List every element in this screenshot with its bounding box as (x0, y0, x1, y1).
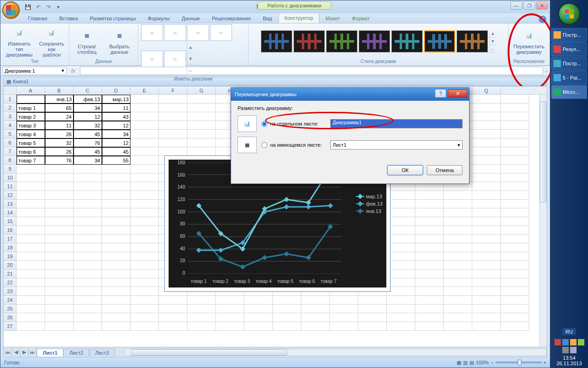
tray-icon[interactable] (562, 347, 569, 353)
cell[interactable]: 32 (45, 138, 74, 147)
cell[interactable] (45, 296, 74, 305)
cell[interactable] (415, 191, 444, 200)
cell[interactable] (102, 296, 130, 305)
cell[interactable] (501, 156, 529, 165)
cell[interactable] (472, 147, 501, 156)
cell[interactable] (102, 270, 130, 278)
cell[interactable] (387, 287, 415, 296)
cell[interactable] (501, 191, 529, 200)
cell[interactable] (17, 235, 45, 243)
cell[interactable] (45, 313, 74, 322)
cell[interactable] (415, 313, 444, 322)
chart-style-2[interactable] (294, 30, 325, 52)
cell[interactable] (444, 200, 472, 208)
cell[interactable] (130, 217, 159, 226)
cell[interactable] (17, 296, 45, 305)
cell[interactable]: 12 (102, 121, 130, 130)
cell[interactable] (102, 165, 130, 173)
cell[interactable] (415, 200, 444, 208)
cell[interactable] (444, 217, 472, 226)
cell[interactable] (501, 217, 529, 226)
tab-nav-prev[interactable]: ◀ (12, 348, 20, 356)
cell[interactable] (387, 313, 415, 322)
row-header[interactable]: 26 (4, 313, 17, 322)
cell[interactable] (472, 313, 501, 322)
cell[interactable]: 12 (74, 112, 102, 121)
cell[interactable] (102, 313, 130, 322)
cell[interactable] (415, 305, 444, 313)
cell[interactable] (472, 173, 501, 182)
cell[interactable] (159, 121, 187, 130)
cell[interactable]: 26 (45, 130, 74, 138)
cell[interactable] (501, 296, 529, 305)
cell[interactable] (17, 252, 45, 261)
vscroll-thumb[interactable] (540, 101, 547, 202)
row-header[interactable]: 14 (4, 208, 17, 217)
cell[interactable] (17, 270, 45, 278)
dialog-help-button[interactable]: ? (435, 89, 446, 98)
cell[interactable]: 45 (74, 130, 102, 138)
cell[interactable] (102, 200, 130, 208)
cell[interactable] (130, 200, 159, 208)
col-header[interactable]: B (45, 86, 74, 95)
cell[interactable] (45, 191, 74, 200)
style-scroll-up[interactable]: ▴ (490, 30, 496, 38)
tab-nav-next[interactable]: ▶ (20, 348, 28, 356)
cell[interactable] (159, 95, 187, 104)
cell[interactable] (102, 191, 130, 200)
cell[interactable] (17, 226, 45, 235)
cell[interactable] (444, 322, 472, 331)
cell[interactable] (45, 173, 74, 182)
cell[interactable] (501, 200, 529, 208)
chart-layout-5[interactable]: ▭ (141, 51, 163, 67)
row-header[interactable]: 25 (4, 305, 17, 313)
cell[interactable] (45, 287, 74, 296)
cell[interactable] (415, 296, 444, 305)
cell[interactable]: 11 (102, 104, 130, 112)
cell[interactable] (74, 322, 102, 331)
zoom-out-button[interactable]: − (491, 360, 493, 365)
cell[interactable] (102, 252, 130, 261)
cell[interactable] (17, 173, 45, 182)
language-indicator[interactable]: RU (562, 328, 576, 335)
change-chart-type-button[interactable]: 📊 Изменить тип диаграммы (3, 24, 35, 58)
cell[interactable] (472, 305, 501, 313)
cell[interactable] (415, 261, 444, 270)
sheet-tab-2[interactable]: Лист2 (63, 349, 89, 356)
cell[interactable] (472, 112, 501, 121)
tab-chart-design[interactable]: Конструктор (278, 13, 319, 23)
layout-more[interactable]: ⌵ (187, 64, 193, 76)
cell[interactable] (501, 130, 529, 138)
cell[interactable] (501, 287, 529, 296)
cell[interactable]: 32 (74, 121, 102, 130)
cell[interactable] (45, 252, 74, 261)
cell[interactable] (74, 208, 102, 217)
cell[interactable] (387, 235, 415, 243)
zoom-slider[interactable] (496, 362, 542, 363)
cell[interactable] (17, 182, 45, 191)
cell[interactable] (130, 208, 159, 217)
cell[interactable] (159, 130, 187, 138)
cell[interactable] (159, 138, 187, 147)
cell[interactable]: фев.13 (74, 95, 102, 104)
cell[interactable] (501, 121, 529, 130)
cell[interactable] (17, 200, 45, 208)
sheet-tab-1[interactable]: Лист1 (37, 349, 63, 356)
cell[interactable] (187, 138, 216, 147)
cell[interactable] (216, 296, 244, 305)
cell[interactable] (74, 252, 102, 261)
cell[interactable] (102, 322, 130, 331)
select-data-button[interactable]: ▦ Выбрать данные (104, 27, 135, 56)
tab-review[interactable]: Рецензирование (206, 14, 256, 23)
tab-nav-first[interactable]: ⏮ (4, 348, 12, 356)
cell[interactable] (301, 296, 330, 305)
cell[interactable] (472, 296, 501, 305)
clock-time[interactable]: 13:54 (552, 355, 586, 361)
move-chart-button[interactable]: 📊 Переместить диаграмму (511, 27, 547, 56)
cell[interactable] (130, 165, 159, 173)
col-header[interactable]: C (74, 86, 102, 95)
horizontal-scrollbar[interactable] (124, 349, 547, 356)
cell[interactable] (74, 305, 102, 313)
cell[interactable] (45, 217, 74, 226)
chart-layout-4[interactable]: ▭ (210, 24, 232, 41)
